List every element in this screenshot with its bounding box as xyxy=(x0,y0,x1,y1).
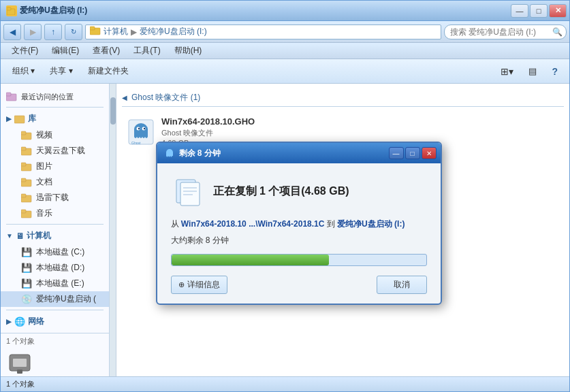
library-icon xyxy=(14,114,25,124)
group-label: Ghost 映像文件 (1) xyxy=(131,92,200,103)
details-button[interactable]: ⊕ 详细信息 xyxy=(171,276,227,294)
search-icon: 🔍 xyxy=(552,27,563,37)
dialog-maximize-button[interactable]: □ xyxy=(405,147,420,159)
status-bar: 1 个对象 xyxy=(1,376,569,391)
sidebar-cloud-label: 天翼云盘下载 xyxy=(36,145,85,157)
menu-edit[interactable]: 编辑(E) xyxy=(45,44,86,58)
sidebar-drive-c[interactable]: 💾 本地磁盘 (C:) xyxy=(1,244,109,260)
sidebar-item-music[interactable]: 音乐 xyxy=(1,206,109,221)
window-icon xyxy=(6,5,17,16)
title-bar-controls: — □ ✕ xyxy=(511,4,567,18)
progress-bar-fill xyxy=(172,255,330,265)
menu-help[interactable]: 帮助(H) xyxy=(168,44,209,58)
toolbar-right: ⊞▾ ▤ ? xyxy=(494,63,564,80)
maximize-button[interactable]: □ xyxy=(530,4,548,18)
back-button[interactable]: ◀ xyxy=(3,24,21,40)
dialog-main-text: 正在复制 1 个项目(4.68 GB) xyxy=(171,174,427,208)
svg-rect-20 xyxy=(13,359,27,367)
drive-c-icon: 💾 xyxy=(21,247,32,257)
path-computer[interactable]: 计算机 xyxy=(104,26,128,37)
window-title: 爱纯净U盘启动 (I:) xyxy=(20,5,87,16)
dialog-title-text: 剩余 8 分钟 xyxy=(164,148,221,159)
dialog-close-button[interactable]: ✕ xyxy=(422,147,437,159)
dialog-minimize-button[interactable]: — xyxy=(389,147,404,159)
menu-tools[interactable]: 工具(T) xyxy=(127,44,167,58)
share-button[interactable]: 共享 ▾ xyxy=(44,62,78,80)
menu-bar: 文件(F) 编辑(E) 查看(V) 工具(T) 帮助(H) xyxy=(1,43,569,59)
close-button[interactable]: ✕ xyxy=(549,4,567,18)
address-path[interactable]: 计算机 ▶ 爱纯净U盘启动 (I:) xyxy=(85,24,441,39)
svg-rect-14 xyxy=(21,178,26,182)
sidebar-group-library[interactable]: ▶ 库 xyxy=(1,110,109,127)
forward-button[interactable]: ▶ xyxy=(24,24,42,40)
sidebar-scroll-thumb[interactable] xyxy=(110,97,116,125)
network-arrow: ▶ xyxy=(6,318,12,325)
toolbar: 组织 ▾ 共享 ▾ 新建文件夹 ⊞▾ ▤ ? xyxy=(1,59,569,84)
sidebar-divider-3 xyxy=(6,310,104,310)
svg-rect-3 xyxy=(90,27,95,30)
sidebar-drive-i[interactable]: 💿 爱纯净U盘启动 ( xyxy=(1,291,109,307)
sidebar-music-label: 音乐 xyxy=(36,208,52,219)
progress-bar-container xyxy=(171,254,427,266)
new-folder-button[interactable]: 新建文件夹 xyxy=(82,62,135,80)
recent-icon xyxy=(6,91,17,102)
sidebar-drive-e[interactable]: 💾 本地磁盘 (E:) xyxy=(1,276,109,291)
sidebar-group-network[interactable]: ▶ 🌐 网络 xyxy=(1,313,109,330)
details-chevron-icon: ⊕ xyxy=(178,280,185,289)
organize-button[interactable]: 组织 ▾ xyxy=(6,62,41,80)
drive-c-label: 本地磁盘 (C:) xyxy=(36,246,84,258)
sidebar-divider-1 xyxy=(6,107,104,108)
dialog-from-path: Win7x64-2018.10 ...\Win7x64-2018.1C xyxy=(181,219,325,229)
svg-rect-1 xyxy=(7,7,11,10)
search-input[interactable] xyxy=(444,24,567,39)
pictures-folder-icon xyxy=(21,162,32,172)
minimize-button[interactable]: — xyxy=(511,4,528,18)
preview-pane-button[interactable]: ▤ xyxy=(522,63,543,80)
video-folder-icon xyxy=(21,131,32,140)
menu-file[interactable]: 文件(F) xyxy=(5,44,45,58)
file-type: Ghost 映像文件 xyxy=(161,128,558,138)
sidebar-item-docs[interactable]: 文档 xyxy=(1,174,109,190)
sidebar-video-label: 视频 xyxy=(36,129,52,141)
recent-label: 最近访问的位置 xyxy=(21,92,74,102)
xunlei-folder-icon xyxy=(21,193,32,203)
drive-d-label: 本地磁盘 (D:) xyxy=(36,262,84,274)
copy-dialog[interactable]: 剩余 8 分钟 — □ ✕ 正在复制 1 个项目(4.68 xyxy=(156,142,442,304)
drive-e-label: 本地磁盘 (E:) xyxy=(36,278,84,289)
svg-rect-5 xyxy=(6,93,11,96)
svg-rect-18 xyxy=(21,210,26,213)
sidebar-item-xunlei[interactable]: 迅雷下载 xyxy=(1,190,109,206)
dialog-title-bar: 剩余 8 分钟 — □ ✕ xyxy=(157,143,441,163)
search-wrapper: 🔍 xyxy=(444,24,567,39)
sidebar-item-pictures[interactable]: 图片 xyxy=(1,159,109,174)
title-bar-left: 爱纯净U盘启动 (I:) xyxy=(6,5,87,16)
svg-rect-24 xyxy=(134,129,148,137)
menu-view[interactable]: 查看(V) xyxy=(86,44,127,58)
cancel-button[interactable]: 取消 xyxy=(377,276,427,294)
path-current[interactable]: 爱纯净U盘启动 (I:) xyxy=(140,26,207,37)
computer-icon: 🖥 xyxy=(16,231,24,241)
sidebar-item-recent[interactable]: 最近访问的位置 xyxy=(1,89,109,104)
docs-folder-icon xyxy=(21,178,32,187)
dialog-from-detail: 从 Win7x64-2018.10 ...\Win7x64-2018.1C 到 … xyxy=(171,218,427,231)
dialog-body: 正在复制 1 个项目(4.68 GB) 从 Win7x64-2018.10 ..… xyxy=(157,163,441,303)
path-sep-1: ▶ xyxy=(131,27,137,37)
cloud-folder-icon xyxy=(21,146,32,156)
help-button[interactable]: ? xyxy=(545,63,564,80)
dialog-time-detail: 大约剩余 8 分钟 xyxy=(171,234,427,247)
up-button[interactable]: ↑ xyxy=(44,24,62,40)
dialog-title-icon xyxy=(164,148,175,159)
view-options-button[interactable]: ⊞▾ xyxy=(494,63,520,80)
sidebar-item-cloud[interactable]: 天翼云盘下载 xyxy=(1,143,109,159)
computer-label: 计算机 xyxy=(27,230,51,242)
refresh-button[interactable]: ↻ xyxy=(65,24,82,40)
sidebar-scrollbar[interactable] xyxy=(110,84,116,376)
sidebar-drive-d[interactable]: 💾 本地磁盘 (D:) xyxy=(1,260,109,276)
dialog-footer: ⊕ 详细信息 取消 xyxy=(171,276,427,294)
sidebar-group-computer[interactable]: ▼ 🖥 计算机 xyxy=(1,227,109,244)
sidebar-item-video[interactable]: 视频 xyxy=(1,127,109,143)
svg-rect-16 xyxy=(21,194,26,197)
group-arrow[interactable]: ◀ xyxy=(122,94,127,101)
sidebar-docs-label: 文档 xyxy=(36,176,52,188)
details-label: 详细信息 xyxy=(187,279,220,291)
